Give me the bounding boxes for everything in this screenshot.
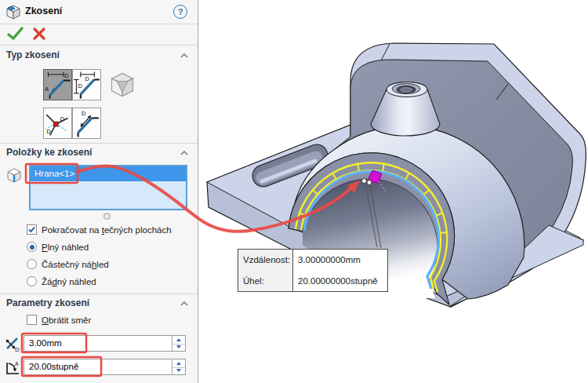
section-items: Položky ke zkosení [0,144,198,162]
ok-button[interactable] [6,26,25,42]
property-manager-panel: Zkosení ? Typ zkosení D A [0,0,198,383]
cancel-button[interactable] [31,26,49,42]
svg-text:A: A [15,361,19,367]
flip-direction-checkbox[interactable]: Obrátit směr [27,315,91,325]
full-preview-radio[interactable]: Plný náhled [27,242,89,252]
no-preview-radio[interactable]: Žádný náhled [27,276,96,286]
partial-preview-radio[interactable]: Částečný náhled [27,259,109,269]
edge-selection-listbox[interactable]: Hrana<1> [29,165,187,210]
callout-distance-value[interactable]: 3.00000000mm [293,250,387,271]
offset-face-icon: D [73,108,100,138]
svg-text:D: D [82,110,86,117]
section-title: Parametry zkosení [6,297,89,308]
distance-distance-icon: D D [73,70,100,100]
distance-spinner [172,336,185,351]
type-button-distance-distance[interactable]: D D [72,69,101,100]
callout-angle-label: Úhel: [238,271,292,292]
collapse-icon[interactable] [180,151,188,155]
distance-input[interactable]: 3.00mm [24,335,186,352]
solidworks-window: Vzdálenost: Úhel: 3.00000000mm 20.000000… [0,0,588,383]
checkbox-unchecked [27,315,37,325]
chamfer-cube-icon [5,3,22,20]
section-title: Položky ke zkosení [6,147,92,158]
radio-unselected [27,259,37,269]
svg-text:D: D [60,115,65,122]
panel-title: Zkosení [25,5,62,16]
divider [0,294,198,294]
collapse-icon[interactable] [180,53,188,58]
section-title: Typ zkosení [6,49,60,60]
type-button-offset-face[interactable]: D [72,108,101,139]
checkbox-checked [27,224,37,235]
callout-angle-value[interactable]: 20.00000000stupně [293,271,387,292]
svg-text:D: D [64,72,69,79]
face-face-icon [108,71,136,99]
help-icon[interactable]: ? [173,5,187,19]
edge-selection-icon [5,166,23,184]
chamfer-angle-icon: A [4,359,21,376]
angle-distance-icon: D A [44,70,71,100]
tangent-propagation-checkbox[interactable]: Pokračovat na tečných plochách [27,224,172,235]
selected-edge-item[interactable]: Hrana<1> [31,166,186,181]
chamfer-callout[interactable]: Vzdálenost: Úhel: 3.00000000mm 20.000000… [238,249,388,292]
type-button-vertex[interactable]: D D [43,108,72,139]
svg-text:D: D [46,128,51,135]
radio-unselected [27,276,37,286]
angle-value[interactable]: 20.00stupně [29,359,78,374]
collapse-icon[interactable] [180,301,188,306]
svg-text:A: A [45,86,49,93]
vertex-icon: D D [44,108,71,138]
angle-spinner [172,359,185,374]
distance-value[interactable]: 3.00mm [29,336,62,351]
svg-text:D: D [85,75,89,82]
section-chamfer-type: Typ zkosení [0,47,198,64]
type-button-angle-distance[interactable]: D A [43,69,72,100]
type-button-face-face[interactable] [108,71,137,102]
listbox-resize-handle[interactable] [103,213,111,220]
panel-actions [0,24,198,46]
angle-input[interactable]: 20.00stupně [24,359,186,375]
spinner-down[interactable] [172,367,185,375]
section-parameters: Parametry zkosení [0,295,198,312]
divider [0,143,198,144]
svg-text:D: D [15,346,20,352]
callout-distance-label: Vzdálenost: [238,250,292,271]
radio-selected [27,242,37,252]
svg-text:D: D [78,82,83,89]
chamfer-distance-icon: D [4,335,21,352]
spinner-down[interactable] [172,344,185,352]
panel-header: Zkosení ? [0,0,198,24]
